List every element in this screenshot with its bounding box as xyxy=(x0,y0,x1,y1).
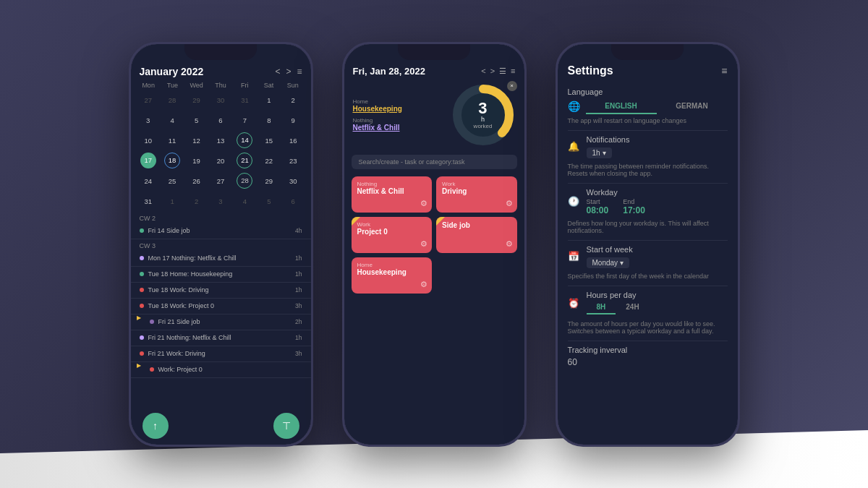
cal-cell[interactable]: 11 xyxy=(162,132,182,150)
gear-icon[interactable]: ⚙ xyxy=(506,239,513,249)
event-row[interactable]: Fri 14 Side job 4h xyxy=(131,223,311,239)
cal-cell[interactable]: 31 xyxy=(138,193,158,210)
phone1-screen: January 2022 < > ≡ Mon Tue Wed Thu Fri S… xyxy=(131,44,311,445)
tab-8h[interactable]: 8H xyxy=(587,301,616,314)
gear-icon[interactable]: ⚙ xyxy=(420,239,427,249)
cal-cell[interactable]: 5 xyxy=(187,112,207,129)
cal-cell[interactable]: 5 xyxy=(259,193,279,210)
task-name-housekeeping[interactable]: Housekeeping xyxy=(353,105,451,113)
gear-icon[interactable]: ⚙ xyxy=(506,199,513,208)
cal-cell[interactable]: 23 xyxy=(283,153,303,170)
workday-times: Start 08:00 End 17:00 xyxy=(587,198,728,215)
calendar-prev-icon[interactable]: < xyxy=(275,67,280,77)
cal-cell[interactable]: 22 xyxy=(259,153,279,170)
gear-icon[interactable]: ⚙ xyxy=(420,280,427,289)
cal-cell[interactable]: 29 xyxy=(187,92,207,109)
cal-cell-21[interactable]: 21 xyxy=(237,153,252,168)
task-card-driving[interactable]: Work Driving ⚙ xyxy=(436,176,517,213)
event-row[interactable]: ▶ Fri 21 Side job 2h xyxy=(131,314,311,330)
event-dot xyxy=(140,335,144,340)
cal-cell[interactable]: 7 xyxy=(234,112,255,129)
cal-cell[interactable]: 19 xyxy=(187,153,207,170)
cal-cell[interactable]: 1 xyxy=(162,193,182,210)
tracker-cal-icon[interactable]: ☰ xyxy=(499,67,506,76)
cal-cell[interactable]: 30 xyxy=(210,92,231,109)
settings-title: Settings xyxy=(568,64,613,77)
event-row[interactable]: Tue 18 Home: Housekeeping 1h xyxy=(131,267,311,283)
notifications-value[interactable]: 1h ▾ xyxy=(587,147,612,158)
cal-cell[interactable]: 31 xyxy=(234,92,255,109)
settings-menu-icon[interactable]: ≡ xyxy=(721,65,727,77)
task-cat: Nothing xyxy=(357,181,427,187)
task-card-project0[interactable]: Work Project 0 ⚙ xyxy=(352,217,433,253)
event-row[interactable]: Tue 18 Work: Project 0 3h xyxy=(131,299,311,314)
tracker-prev-icon[interactable]: < xyxy=(481,67,485,75)
donut-close-button[interactable]: × xyxy=(507,81,517,91)
calendar-next-icon[interactable]: > xyxy=(286,67,291,77)
task-card-netflix[interactable]: Nothing Netflix & Chill ⚙ xyxy=(352,176,433,213)
event-dot xyxy=(140,228,144,233)
cal-cell[interactable]: 4 xyxy=(234,193,255,210)
cal-cell[interactable]: 2 xyxy=(187,193,207,210)
donut-hours-unit: h xyxy=(474,116,493,123)
event-dot xyxy=(140,288,144,292)
cal-cell-18[interactable]: 18 xyxy=(164,153,180,168)
donut-worked-label: worked xyxy=(474,123,493,129)
cal-cell[interactable]: 3 xyxy=(138,112,158,129)
event-row[interactable]: Fri 21 Nothing: Netflix & Chill 1h xyxy=(131,330,311,346)
event-row[interactable]: Fri 21 Work: Driving 3h xyxy=(131,346,311,362)
cal-cell[interactable]: 25 xyxy=(162,173,182,190)
tracker-main-area: Home Housekeeping Nothing Netflix & Chil… xyxy=(344,80,524,150)
cal-cell[interactable]: 10 xyxy=(138,132,158,150)
divider xyxy=(568,240,728,241)
start-label: Start xyxy=(587,198,609,205)
cal-cell[interactable]: 2 xyxy=(283,92,303,109)
calendar-menu-icon[interactable]: ≡ xyxy=(297,67,302,77)
cal-cell[interactable]: 29 xyxy=(259,173,279,190)
gear-icon[interactable]: ⚙ xyxy=(420,199,427,208)
cal-cell[interactable]: 6 xyxy=(283,193,303,210)
cal-cell-14[interactable]: 14 xyxy=(237,132,252,148)
cal-cell[interactable]: 30 xyxy=(283,173,303,190)
cal-cell[interactable]: 20 xyxy=(210,153,231,170)
phone-notch-1 xyxy=(184,44,257,60)
task-card-sidejob[interactable]: Side job ⚙ xyxy=(436,217,517,253)
cal-cell[interactable]: 1 xyxy=(259,92,279,109)
tracker-next-icon[interactable]: > xyxy=(490,67,495,75)
cal-cell[interactable]: 6 xyxy=(210,112,231,129)
cal-cell[interactable]: 13 xyxy=(210,132,231,150)
event-row[interactable]: Mon 17 Nothing: Netflix & Chill 1h xyxy=(131,251,311,267)
cal-cell[interactable]: 3 xyxy=(210,193,231,210)
filter-button[interactable]: ⊤ xyxy=(273,413,299,439)
tracker-menu-icon[interactable]: ≡ xyxy=(511,67,515,75)
cal-cell-17[interactable]: 17 xyxy=(140,153,156,168)
cal-cell[interactable]: 27 xyxy=(138,92,158,109)
share-button[interactable]: ↑ xyxy=(142,413,169,439)
tab-24h[interactable]: 24H xyxy=(616,301,649,314)
cal-cell[interactable]: 12 xyxy=(187,132,207,150)
event-row[interactable]: ▶ Work: Project 0 xyxy=(131,362,311,378)
cal-cell[interactable]: 9 xyxy=(283,112,303,129)
calendar-week-1: 27 28 29 30 31 1 2 xyxy=(131,90,311,111)
cal-cell[interactable]: 26 xyxy=(187,173,207,190)
start-value[interactable]: 08:00 xyxy=(587,205,609,215)
cal-cell[interactable]: 24 xyxy=(138,173,158,190)
task-card-housekeeping[interactable]: Home Housekeeping ⚙ xyxy=(352,257,433,294)
cal-cell[interactable]: 16 xyxy=(283,132,303,150)
cal-cell-28[interactable]: 28 xyxy=(237,173,252,189)
cal-cell[interactable]: 28 xyxy=(162,92,182,109)
event-row[interactable]: Tue 18 Work: Driving 1h xyxy=(131,283,311,299)
cal-cell[interactable]: 15 xyxy=(259,132,279,150)
cal-cell[interactable]: 8 xyxy=(259,112,279,129)
cal-cell[interactable]: 4 xyxy=(162,112,182,129)
week-label-cw2: CW 2 xyxy=(131,212,311,223)
task-search-bar[interactable]: Search/create - task or category:task xyxy=(352,155,517,169)
tab-english[interactable]: ENGLISH xyxy=(586,99,657,114)
event-label: Mon 17 Nothing: Netflix & Chill xyxy=(148,254,296,262)
tab-german[interactable]: GERMAN xyxy=(657,99,728,114)
cal-cell[interactable]: 27 xyxy=(210,173,231,190)
divider xyxy=(568,130,728,131)
task-name-netflix[interactable]: Netflix & Chill xyxy=(353,124,451,132)
end-value[interactable]: 17:00 xyxy=(623,205,645,215)
start-of-week-value[interactable]: Monday ▾ xyxy=(587,257,630,268)
